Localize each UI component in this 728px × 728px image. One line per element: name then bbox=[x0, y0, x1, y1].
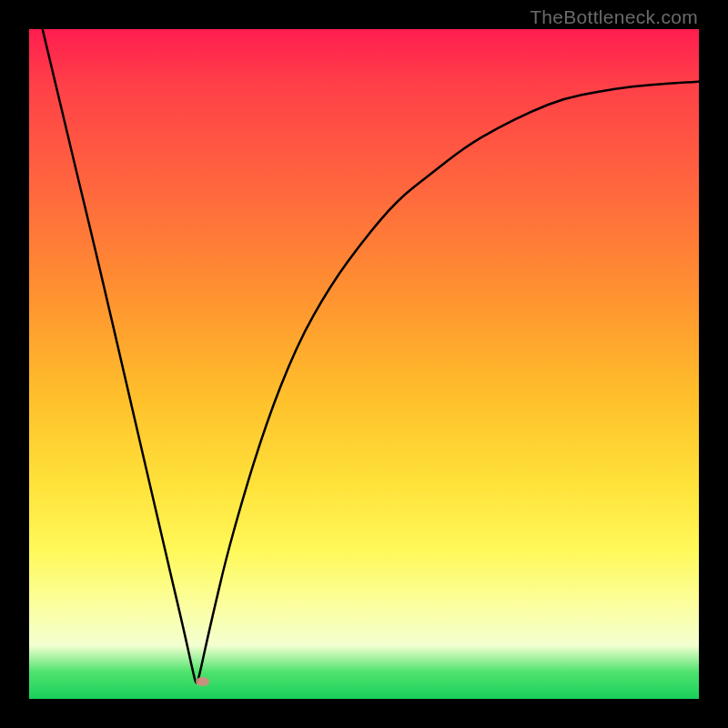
bottleneck-curve-path bbox=[43, 29, 699, 682]
chart-root: TheBottleneck.com bbox=[0, 0, 728, 728]
watermark-text: TheBottleneck.com bbox=[530, 6, 698, 28]
curve-svg bbox=[29, 29, 699, 699]
trough-marker bbox=[196, 677, 209, 686]
plot-area bbox=[29, 29, 699, 699]
